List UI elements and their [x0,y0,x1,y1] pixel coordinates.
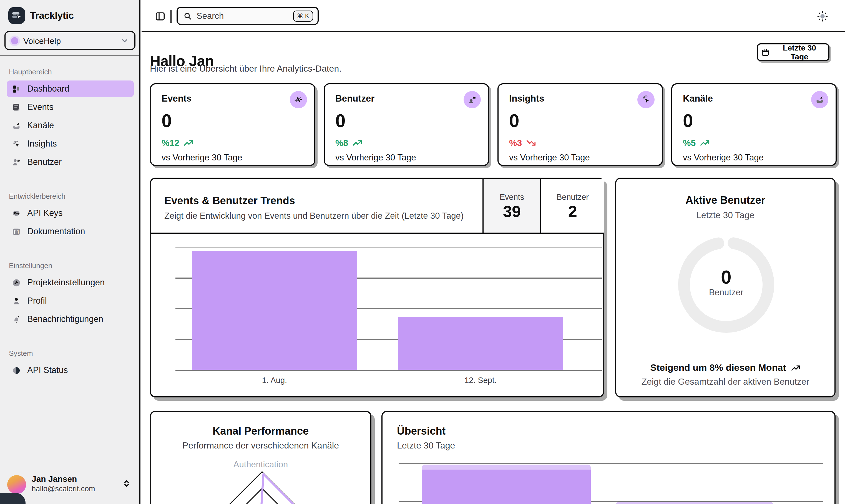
stat-change-value: %3 [509,138,522,148]
stat-value: 0 [335,110,346,131]
stat-change: %5 [683,138,710,148]
uebersicht-bar-segment [422,465,591,470]
theme-toggle-sun-icon[interactable] [817,11,828,22]
sidebar-item-events[interactable]: Events [7,99,134,115]
user-name: Jan Jansen [32,474,77,484]
stat-caption: vs Vorherige 30 Tage [162,152,242,163]
topbar-divider [170,10,172,23]
sidebar-toggle-icon[interactable] [155,11,165,22]
app-title: Tracklytic [30,10,74,21]
kanal-performance-title: Kanal Performance [151,425,370,437]
trending-up-icon [183,138,194,148]
project-color-dot [11,37,18,44]
sidebar-item-dokumentation[interactable]: { }Dokumentation [7,223,134,240]
trends-subtitle: Zeigt die Entwicklung von Events und Ben… [164,211,464,221]
trends-tab-label: Events [484,193,540,201]
trends-tab-benutzer[interactable]: Benutzer2 [540,179,604,233]
trends-tab-value: 39 [484,203,540,221]
wrench-icon [12,278,21,287]
sidebar-item-label: Benutzer [27,157,61,167]
users-badge-icon [464,91,481,108]
avatar [7,475,26,494]
trending-up-icon [700,138,710,148]
sidebar-item-benachrichtigungen[interactable]: Benachrichtigungen [7,311,134,327]
trends-title: Events & Benutzer Trends [164,195,295,207]
users-icon [12,157,21,167]
active-users-value: 0 [673,268,779,286]
gridline [176,247,602,247]
search-input[interactable]: Search ⌘ K [177,7,319,25]
trends-bar-1-aug- [192,251,357,370]
stat-change-value: %5 [683,138,696,148]
sidebar-section-label: System [9,349,141,358]
profile-icon [12,296,21,306]
uebersicht-card: Übersicht Letzte 30 Tage [381,411,835,504]
stat-change: %3 [509,138,536,148]
trends-tab-value: 2 [541,203,604,221]
sidebar: Tracklytic VoiceHelp HauptbereichDashboa… [0,0,141,504]
kanal-performance-card: Kanal Performance Performance der versch… [150,411,372,504]
trending-up-icon [791,363,801,373]
stat-change: %12 [162,138,194,148]
trends-bar-12-sept- [398,317,563,370]
stat-card-benutzer: Benutzer0%8vs Vorherige 30 Tage [324,83,489,166]
sidebar-item-insights[interactable]: Insights [7,136,134,152]
sidebar-item-benutzer[interactable]: Benutzer [7,154,134,170]
stat-label: Benutzer [335,93,375,104]
stat-label: Insights [509,93,544,104]
braces-icon: { } [12,227,21,236]
trends-card: Events & Benutzer Trends Zeigt die Entwi… [150,178,604,397]
date-range-button[interactable]: Letzte 30 Tage [757,43,829,61]
gridline [399,463,823,464]
active-users-footer-trend: Steigend um 8% diesen Monat [616,362,834,374]
sidebar-item-label: Dokumentation [27,227,85,236]
stat-change-value: %12 [162,138,179,148]
stat-value: 0 [162,110,172,131]
sidebar-item-label: API Status [27,365,68,375]
stat-card-kanale: Kanäle0%5vs Vorherige 30 Tage [671,83,837,166]
bell-icon [12,314,21,324]
stat-value: 0 [509,110,519,131]
brand: Tracklytic [8,7,74,24]
uebersicht-subtitle: Letzte 30 Tage [397,441,455,451]
sidebar-item-label: Profil [27,296,47,306]
insights-icon [12,139,21,148]
sidebar-section-label: Einstellungen [9,262,141,270]
sidebar-item-kanale[interactable]: Kanäle [7,117,134,134]
sidebar-item-projekteinstellungen[interactable]: Projekteinstellungen [7,274,134,291]
stat-value: 0 [683,110,693,131]
uebersicht-title: Übersicht [397,425,446,437]
sidebar-item-api-keys[interactable]: API Keys [7,205,134,221]
page-subtitle: Hier ist eine Übersicht über Ihre Analyt… [150,64,341,74]
search-icon [183,12,192,20]
dashboard-icon [12,84,21,93]
sidebar-item-api-status[interactable]: API Status [7,362,134,379]
sidebar-item-label: Projekteinstellungen [27,277,105,288]
stat-change: %8 [335,138,362,148]
trends-tab-label: Benutzer [541,193,604,201]
events-icon [12,103,21,112]
sidebar-item-profil[interactable]: Profil [7,292,134,309]
sidebar-item-label: Benachrichtigungen [27,314,103,324]
sidebar-item-dashboard[interactable]: Dashboard [7,80,134,97]
active-users-card: Aktive Benutzer Letzte 30 Tage 0 Benutze… [615,178,835,397]
stat-caption: vs Vorherige 30 Tage [335,152,416,163]
app-window: Tracklytic VoiceHelp HauptbereichDashboa… [0,0,845,504]
active-users-title: Aktive Benutzer [616,194,834,206]
trending-down-icon [526,138,536,148]
active-users-value-label: Benutzer [673,288,779,298]
trends-tab-events[interactable]: Events39 [483,179,540,233]
stat-caption: vs Vorherige 30 Tage [509,152,590,163]
key-icon [12,209,21,218]
stat-label: Events [162,93,192,104]
date-range-label: Letzte 30 Tage [774,43,825,61]
activity-icon [290,91,307,108]
stat-change-value: %8 [335,138,348,148]
project-selector[interactable]: VoiceHelp [4,31,136,50]
gridline [176,370,602,371]
search-placeholder: Search [197,11,288,21]
uebersicht-bar-segment [422,470,591,504]
tracklytic-logo-icon [8,7,25,24]
channels-icon [12,121,21,130]
chevron-down-icon [121,36,129,45]
